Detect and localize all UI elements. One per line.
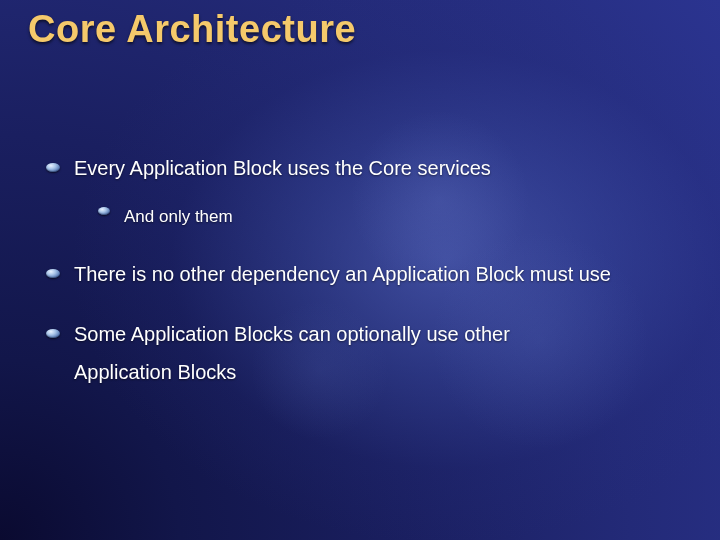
- list-item: Every Application Block uses the Core se…: [46, 149, 692, 233]
- slide-title: Core Architecture: [28, 8, 692, 51]
- list-item-text: There is no other dependency an Applicat…: [74, 263, 611, 285]
- bullet-icon: [46, 329, 60, 338]
- list-item-text-continuation: Application Blocks: [74, 353, 692, 391]
- list-item: And only them: [98, 201, 692, 233]
- bullet-icon: [46, 163, 60, 172]
- list-item-text: And only them: [124, 207, 233, 226]
- list-item-text: Every Application Block uses the Core se…: [74, 157, 491, 179]
- slide: Core Architecture Every Application Bloc…: [0, 0, 720, 540]
- list-item-text: Some Application Blocks can optionally u…: [74, 323, 510, 345]
- list-item: There is no other dependency an Applicat…: [46, 255, 692, 293]
- bullet-icon: [46, 269, 60, 278]
- sub-bullet-list: And only them: [74, 201, 692, 233]
- bullet-list: Every Application Block uses the Core se…: [28, 149, 692, 391]
- list-item: Some Application Blocks can optionally u…: [46, 315, 692, 391]
- bullet-icon: [98, 207, 110, 215]
